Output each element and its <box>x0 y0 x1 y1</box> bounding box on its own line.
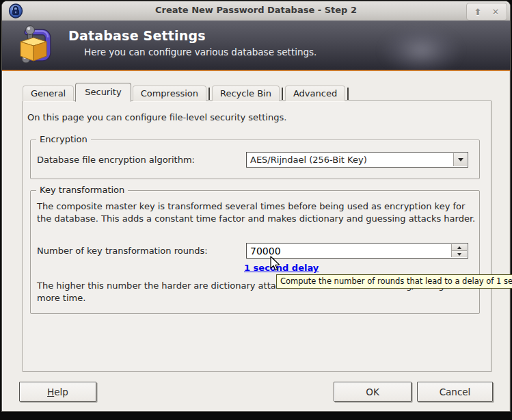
algorithm-label: Database file encryption algorithm: <box>37 155 195 165</box>
rounds-label: Number of key transformation rounds: <box>37 246 208 256</box>
tab-security[interactable]: Security <box>75 83 131 102</box>
help-label: elp <box>54 386 68 397</box>
tab-separator <box>282 88 283 100</box>
ok-button[interactable]: OK <box>334 382 412 402</box>
tab-recycle-bin[interactable]: Recycle Bin <box>212 86 280 101</box>
key-transformation-legend: Key transformation <box>36 185 128 195</box>
titlebar-buttons: ⬆ ✕ <box>466 3 507 21</box>
tab-separator <box>208 88 210 100</box>
tooltip: Compute the number of rounds that lead t… <box>276 274 512 289</box>
encryption-groupbox: Encryption Database file encryption algo… <box>30 140 480 179</box>
mouse-cursor-icon <box>268 256 282 274</box>
banner-watermark <box>380 26 462 71</box>
chevron-down-icon <box>458 158 463 161</box>
tab-general[interactable]: General <box>23 86 74 101</box>
key-transformation-description: The composite master key is transformed … <box>37 200 476 225</box>
screen: { "window": { "title": "Create New Passw… <box>0 0 512 420</box>
chevron-down-icon <box>457 253 461 256</box>
banner-text: Database Settings Here you can configure… <box>68 28 316 57</box>
banner-subtitle: Here you can configure various database … <box>68 47 316 57</box>
keepassx-box-icon <box>11 24 56 68</box>
spinner-up-button[interactable] <box>452 244 467 251</box>
banner-title: Database Settings <box>68 28 316 43</box>
encryption-legend: Encryption <box>36 134 91 144</box>
tab-advanced[interactable]: Advanced <box>285 86 345 101</box>
chevron-up-icon <box>457 246 461 249</box>
help-button[interactable]: Help <box>19 382 96 402</box>
algorithm-combobox[interactable]: AES/Rijndael (256-Bit Key) <box>246 152 468 168</box>
spinner-buttons <box>451 244 467 257</box>
shade-window-icon[interactable]: ⬆ <box>471 5 485 18</box>
security-tab-page: On this page you can configure file-leve… <box>23 101 491 372</box>
banner: Database Settings Here you can configure… <box>2 21 510 71</box>
window-title: Create New Password Database - Step 2 <box>2 5 510 15</box>
algorithm-selected-value: AES/Rijndael (256-Bit Key) <box>250 155 367 165</box>
tab-compression[interactable]: Compression <box>133 86 206 101</box>
cancel-button[interactable]: Cancel <box>417 382 493 402</box>
tab-separator <box>347 88 349 100</box>
dialog-window: Create New Password Database - Step 2 ⬆ … <box>1 1 511 412</box>
spinner-down-button[interactable] <box>452 251 467 257</box>
close-icon[interactable]: ✕ <box>489 5 502 18</box>
help-accel: H <box>47 386 54 397</box>
titlebar[interactable]: Create New Password Database - Step 2 ⬆ … <box>2 1 510 21</box>
page-intro-text: On this page you can configure file-leve… <box>27 112 286 122</box>
combobox-dropdown-button[interactable] <box>453 153 467 166</box>
tab-bar: General Security Compression Recycle Bin… <box>23 83 351 101</box>
key-transformation-groupbox: Key transformation The composite master … <box>30 190 480 314</box>
